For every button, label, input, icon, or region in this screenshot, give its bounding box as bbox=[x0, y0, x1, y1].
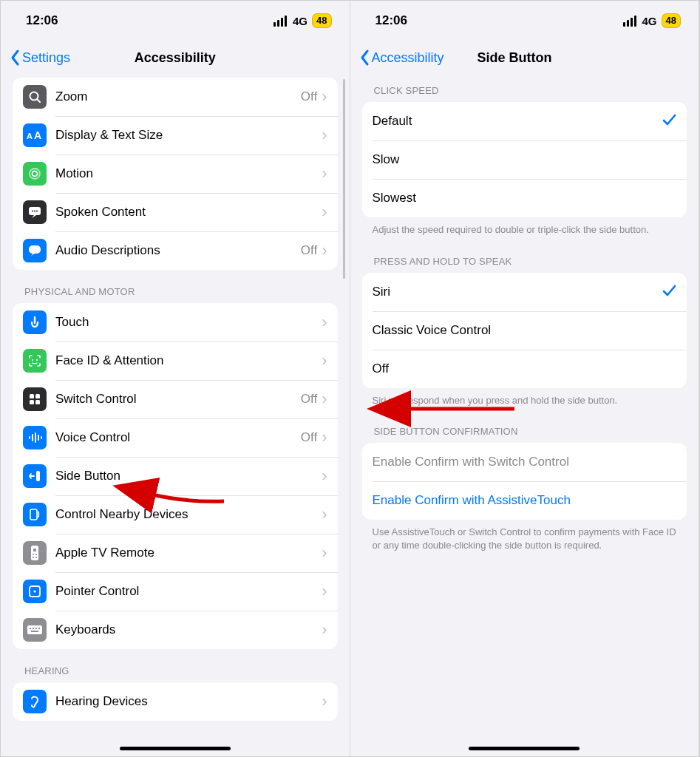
remote-icon bbox=[23, 541, 47, 565]
row-side-button[interactable]: Side Button › bbox=[13, 457, 338, 495]
svg-point-9 bbox=[36, 210, 38, 211]
row-label: Apple TV Remote bbox=[55, 546, 322, 560]
svg-rect-15 bbox=[30, 400, 34, 404]
grid-icon bbox=[23, 387, 47, 411]
row-label: Default bbox=[373, 114, 662, 129]
chevron-right-icon: › bbox=[322, 622, 327, 638]
row-touch[interactable]: Touch › bbox=[13, 303, 338, 342]
status-time: 12:06 bbox=[26, 13, 58, 28]
svg-point-26 bbox=[33, 554, 34, 555]
row-hold-classic[interactable]: Classic Voice Control bbox=[362, 311, 687, 350]
row-label: Control Nearby Devices bbox=[55, 507, 322, 522]
back-button[interactable]: Settings bbox=[1, 50, 78, 66]
back-label: Settings bbox=[22, 50, 70, 66]
row-zoom[interactable]: Zoom Off › bbox=[13, 78, 338, 116]
svg-point-29 bbox=[35, 557, 37, 558]
chevron-right-icon: › bbox=[322, 242, 327, 259]
checkmark-icon bbox=[662, 112, 676, 130]
row-speed-slowest[interactable]: Slowest bbox=[362, 179, 687, 217]
svg-rect-37 bbox=[31, 631, 38, 632]
row-switch-control[interactable]: Switch Control Off › bbox=[13, 380, 338, 418]
chevron-right-icon: › bbox=[322, 391, 327, 407]
row-label: Audio Descriptions bbox=[55, 243, 301, 258]
cellular-signal-icon bbox=[623, 16, 636, 27]
chevron-right-icon: › bbox=[322, 204, 327, 220]
svg-point-11 bbox=[32, 359, 33, 361]
chevron-left-icon bbox=[10, 50, 20, 66]
content-scroll[interactable]: Zoom Off › AA Display & Text Size › Moti… bbox=[1, 78, 350, 756]
content-scroll[interactable]: CLICK SPEED Default Slow Slowest Adjust … bbox=[350, 75, 699, 756]
back-button[interactable]: Accessibility bbox=[350, 50, 452, 66]
svg-point-25 bbox=[33, 549, 36, 551]
section-header-click-speed: CLICK SPEED bbox=[350, 75, 699, 102]
svg-point-28 bbox=[33, 557, 34, 558]
svg-point-31 bbox=[33, 590, 35, 592]
row-speed-default[interactable]: Default bbox=[362, 102, 687, 140]
home-indicator[interactable] bbox=[120, 747, 231, 750]
row-label: Face ID & Attention bbox=[55, 353, 322, 368]
row-appletv-remote[interactable]: Apple TV Remote › bbox=[13, 534, 338, 572]
pointer-icon bbox=[23, 580, 47, 603]
chevron-right-icon: › bbox=[322, 693, 327, 710]
row-value: Off bbox=[301, 89, 317, 104]
status-bar: 12:06 4G 48 bbox=[350, 1, 699, 41]
hearing-group: Hearing Devices › bbox=[13, 682, 338, 721]
nav-bar: Settings Accessibility bbox=[1, 41, 350, 75]
svg-rect-20 bbox=[38, 435, 39, 441]
chevron-right-icon: › bbox=[322, 89, 327, 105]
svg-point-12 bbox=[36, 359, 38, 361]
row-confirm-assistivetouch[interactable]: Enable Confirm with AssistiveTouch bbox=[362, 481, 687, 520]
svg-rect-22 bbox=[36, 471, 40, 481]
row-label: Side Button bbox=[55, 469, 322, 483]
row-label: Enable Confirm with Switch Control bbox=[373, 455, 677, 469]
row-control-nearby[interactable]: Control Nearby Devices › bbox=[13, 495, 338, 534]
row-label: Siri bbox=[373, 285, 662, 299]
back-label: Accessibility bbox=[372, 50, 444, 66]
row-label: Switch Control bbox=[55, 392, 301, 407]
checkmark-icon bbox=[662, 283, 676, 301]
faceid-icon bbox=[23, 349, 47, 373]
row-value: Off bbox=[301, 430, 317, 445]
svg-rect-16 bbox=[35, 400, 40, 404]
nearby-icon bbox=[23, 503, 47, 526]
chevron-right-icon: › bbox=[322, 430, 327, 446]
row-keyboards[interactable]: Keyboards › bbox=[13, 611, 338, 649]
svg-rect-19 bbox=[35, 432, 36, 443]
svg-point-5 bbox=[33, 172, 38, 177]
row-pointer-control[interactable]: Pointer Control › bbox=[13, 572, 338, 611]
chevron-right-icon: › bbox=[322, 353, 327, 369]
svg-point-8 bbox=[34, 210, 35, 211]
status-bar: 12:06 4G 48 bbox=[1, 1, 350, 41]
row-value: Off bbox=[301, 243, 317, 258]
row-confirm-switch[interactable]: Enable Confirm with Switch Control bbox=[362, 443, 687, 481]
touch-icon bbox=[23, 310, 47, 334]
chevron-right-icon: › bbox=[322, 166, 327, 182]
row-display-text[interactable]: AA Display & Text Size › bbox=[13, 116, 338, 155]
row-audio-descriptions[interactable]: Audio Descriptions Off › bbox=[13, 231, 338, 270]
row-label: Slowest bbox=[373, 191, 677, 206]
row-motion[interactable]: Motion › bbox=[13, 155, 338, 193]
row-label: Voice Control bbox=[55, 430, 301, 445]
chevron-right-icon: › bbox=[322, 545, 327, 561]
network-type: 4G bbox=[642, 15, 657, 27]
status-time: 12:06 bbox=[376, 13, 407, 28]
chevron-left-icon bbox=[359, 50, 370, 66]
svg-rect-23 bbox=[30, 509, 37, 520]
row-hold-off[interactable]: Off bbox=[362, 350, 687, 388]
row-label: Display & Text Size bbox=[55, 128, 322, 143]
chevron-right-icon: › bbox=[322, 583, 327, 600]
row-hearing-devices[interactable]: Hearing Devices › bbox=[13, 682, 338, 721]
row-voice-control[interactable]: Voice Control Off › bbox=[13, 418, 338, 457]
row-label: Hearing Devices bbox=[55, 694, 322, 709]
speech-icon bbox=[23, 200, 47, 224]
row-hold-siri[interactable]: Siri bbox=[362, 273, 687, 311]
voice-icon bbox=[23, 426, 47, 449]
row-speed-slow[interactable]: Slow bbox=[362, 140, 687, 179]
battery-badge: 48 bbox=[312, 13, 331, 28]
row-faceid[interactable]: Face ID & Attention › bbox=[13, 342, 338, 380]
phone-accessibility: 12:06 4G 48 Settings Accessibility Z bbox=[1, 1, 350, 756]
home-indicator[interactable] bbox=[469, 747, 580, 750]
svg-rect-21 bbox=[41, 436, 42, 439]
section-header-hearing: HEARING bbox=[1, 649, 350, 682]
row-spoken-content[interactable]: Spoken Content › bbox=[13, 193, 338, 231]
